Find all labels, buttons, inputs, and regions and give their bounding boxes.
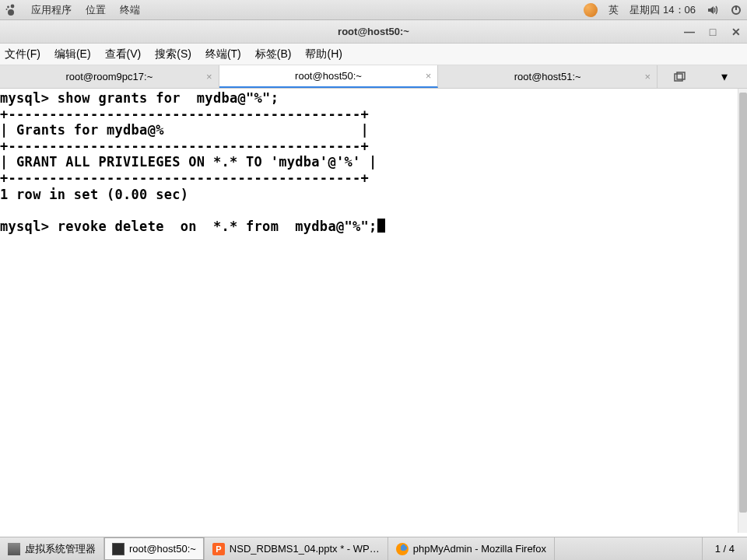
taskbar-wps[interactable]: P NSD_RDBMS1_04.pptx * - WP…: [205, 537, 388, 560]
taskbar-label: NSD_RDBMS1_04.pptx * - WP…: [230, 543, 380, 555]
terminal-cursor: [377, 219, 385, 233]
virt-manager-icon: [8, 543, 20, 555]
gnome-taskbar: 虚拟系统管理器 root@host50:~ P NSD_RDBMS1_04.pp…: [0, 537, 747, 560]
tab-label: root@host50:~: [295, 70, 362, 82]
new-tab-icon[interactable]: [673, 70, 687, 84]
terminal-line: +---------------------------------------…: [0, 107, 369, 122]
terminal-tab-bar: root@room9pc17:~ × root@host50:~ × root@…: [0, 65, 747, 89]
minimize-button[interactable]: —: [683, 26, 696, 38]
taskbar-terminal[interactable]: root@host50:~: [104, 537, 205, 560]
maximize-button[interactable]: □: [707, 26, 719, 38]
svg-point-1: [7, 5, 9, 8]
terminal-output[interactable]: mysql> show grants for mydba@"%"; +-----…: [0, 89, 747, 533]
tab-label: root@room9pc17:~: [65, 71, 153, 82]
window-title: root@host50:~: [338, 26, 409, 37]
tab-menu-icon[interactable]: ▾: [717, 70, 731, 84]
terminal-menu-bar: 文件(F) 编辑(E) 查看(V) 搜索(S) 终端(T) 标签(B) 帮助(H…: [0, 44, 747, 65]
tab-label: root@host51:~: [514, 71, 581, 82]
menu-view[interactable]: 查看(V): [105, 47, 142, 61]
gnome-top-panel: 应用程序 位置 终端 英 星期四 14：06: [0, 0, 747, 20]
power-icon[interactable]: [730, 4, 742, 16]
notification-icon[interactable]: [584, 3, 598, 17]
svg-point-0: [11, 4, 15, 8]
wps-icon: P: [212, 543, 225, 555]
window-title-bar: root@host50:~ — □ ✕: [0, 20, 747, 44]
gnome-foot-icon[interactable]: [5, 4, 17, 16]
terminal-icon: [112, 543, 124, 555]
menu-help[interactable]: 帮助(H): [305, 47, 342, 61]
menu-tabs[interactable]: 标签(B): [255, 47, 292, 61]
tab-host51[interactable]: root@host51:~ ×: [438, 65, 658, 88]
menu-edit[interactable]: 编辑(E): [54, 47, 91, 61]
taskbar-label: phpMyAdmin - Mozilla Firefox: [413, 543, 546, 555]
terminal-scrollbar[interactable]: [738, 89, 747, 533]
workspace-indicator[interactable]: 1 / 4: [702, 537, 747, 560]
menu-places[interactable]: 位置: [86, 3, 106, 17]
menu-file[interactable]: 文件(F): [5, 47, 40, 61]
tab-host50[interactable]: root@host50:~ ×: [219, 65, 439, 88]
taskbar-firefox[interactable]: phpMyAdmin - Mozilla Firefox: [388, 537, 555, 560]
close-button[interactable]: ✕: [730, 26, 742, 38]
terminal-line: | Grants for mydba@% |: [0, 122, 369, 138]
workspace-label: 1 / 4: [715, 543, 735, 555]
menu-search[interactable]: 搜索(S): [155, 47, 191, 61]
scrollbar-thumb[interactable]: [739, 93, 747, 513]
svg-point-3: [8, 9, 14, 16]
terminal-line: +---------------------------------------…: [0, 170, 369, 186]
volume-icon[interactable]: [707, 4, 719, 16]
menu-applications[interactable]: 应用程序: [31, 3, 72, 17]
tab-close-icon[interactable]: ×: [644, 71, 651, 82]
tab-close-icon[interactable]: ×: [426, 70, 432, 82]
terminal-line: | GRANT ALL PRIVILEGES ON *.* TO 'mydba'…: [0, 154, 377, 170]
terminal-line: 1 row in set (0.00 sec): [0, 187, 188, 202]
menu-terminal-indicator[interactable]: 终端: [120, 3, 140, 17]
terminal-line: +---------------------------------------…: [0, 138, 369, 154]
taskbar-label: 虚拟系统管理器: [25, 542, 96, 556]
ime-indicator[interactable]: 英: [608, 3, 619, 17]
tab-close-icon[interactable]: ×: [206, 71, 212, 82]
firefox-icon: [396, 543, 409, 555]
taskbar-label: root@host50:~: [129, 543, 196, 555]
tab-room9pc17[interactable]: root@room9pc17:~ ×: [0, 65, 219, 88]
menu-terminal[interactable]: 终端(T): [205, 47, 241, 61]
terminal-line: mysql> revoke delete on *.* from mydba@"…: [0, 219, 377, 234]
clock[interactable]: 星期四 14：06: [630, 3, 696, 17]
terminal-line: mysql> show grants for mydba@"%";: [0, 90, 279, 106]
svg-point-2: [6, 9, 8, 10]
taskbar-virt-manager[interactable]: 虚拟系统管理器: [0, 537, 104, 560]
